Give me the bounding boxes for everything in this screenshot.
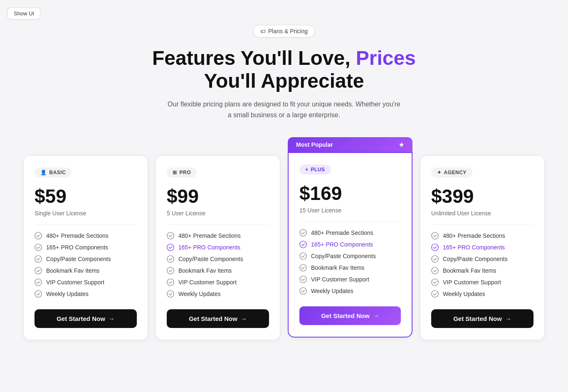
check-icon (35, 232, 42, 239)
feature-item: Copy/Paste Components (35, 255, 137, 263)
plan-license-agency: Unlimited User License (431, 210, 533, 224)
feature-text: Bookmark Fav Items (443, 267, 496, 274)
check-icon (35, 290, 42, 298)
tag-label-pro: PRO (180, 170, 191, 175)
feature-text: VIP Customer Support (178, 279, 237, 286)
arrow-icon-pro: → (241, 315, 247, 322)
tag-icon-basic: 👤 (40, 170, 47, 175)
svg-point-3 (35, 267, 42, 274)
feature-item: 480+ Premade Sections (299, 229, 401, 237)
feature-text: 480+ Premade Sections (178, 232, 241, 239)
cta-label-plus: Get Started Now (321, 312, 370, 319)
check-icon (431, 290, 439, 298)
svg-point-23 (432, 290, 438, 297)
features-list-basic: 480+ Premade Sections 165+ PRO Component… (35, 232, 137, 298)
check-icon (299, 264, 307, 271)
plan-wrapper-plus: Most Popular ★ + PLUS $169 15 User Licen… (288, 137, 412, 338)
feature-text: Copy/Paste Components (311, 253, 376, 259)
tag-label-agency: AGENCY (444, 170, 467, 175)
tag-icon-agency: ✦ (437, 170, 442, 175)
svg-point-14 (300, 252, 306, 259)
check-icon (431, 244, 439, 251)
feature-item: VIP Customer Support (167, 279, 269, 286)
cta-button-basic[interactable]: Get Started Now → (35, 309, 137, 328)
check-icon (167, 244, 174, 251)
svg-point-7 (167, 244, 174, 250)
plan-wrapper-pro: ⊞ PRO $99 5 User License 480+ Premade Se… (156, 137, 280, 340)
feature-text: Weekly Updates (443, 291, 485, 297)
plan-wrapper-agency: ✦ AGENCY $399 Unlimited User License 480… (420, 137, 545, 340)
cta-button-agency[interactable]: Get Started Now → (431, 309, 533, 328)
headline-accent: Prices (356, 47, 416, 69)
tag-icon: 🏷 (260, 28, 266, 35)
svg-point-11 (167, 290, 174, 297)
check-icon (299, 229, 307, 237)
arrow-icon-basic: → (109, 315, 115, 322)
feature-item: Weekly Updates (35, 290, 137, 298)
check-icon (167, 290, 174, 298)
plans-container: 👤 BASIC $59 Single User License 480+ Pre… (18, 137, 550, 340)
show-ui-button[interactable]: Show UI (7, 7, 40, 20)
feature-text: VIP Customer Support (46, 279, 104, 286)
popular-badge: Most Popular ★ (288, 137, 412, 152)
features-list-agency: 480+ Premade Sections 165+ PRO Component… (431, 232, 533, 298)
arrow-icon-agency: → (505, 315, 511, 322)
headline-part2: You'll Appreciate (204, 70, 364, 92)
feature-item: 480+ Premade Sections (431, 232, 533, 239)
feature-item: Weekly Updates (299, 287, 401, 295)
check-icon (431, 232, 439, 239)
feature-text: Bookmark Fav Items (178, 267, 232, 274)
plan-price-plus: $169 (299, 182, 401, 205)
subheadline: Our flexible pricing plans are designed … (168, 99, 400, 120)
cta-label-agency: Get Started Now (453, 315, 502, 322)
svg-point-18 (432, 232, 438, 239)
feature-text: 165+ PRO Components (443, 244, 505, 251)
check-icon (167, 255, 174, 263)
feature-text: VIP Customer Support (311, 276, 369, 283)
badge-label: Plans & Pricing (268, 28, 308, 35)
plan-card-plus: + PLUS $169 15 User License 480+ Premade… (288, 152, 412, 338)
feature-text: Copy/Paste Components (46, 256, 111, 262)
plan-card-agency: ✦ AGENCY $399 Unlimited User License 480… (420, 155, 545, 340)
feature-text: 165+ PRO Components (178, 244, 240, 251)
svg-point-1 (35, 244, 42, 250)
check-icon (167, 267, 174, 274)
cta-label-basic: Get Started Now (57, 315, 105, 322)
tag-icon-pro: ⊞ (173, 170, 177, 175)
headline-part1: Features You'll Love, (152, 47, 350, 69)
check-icon (431, 279, 439, 286)
features-list-plus: 480+ Premade Sections 165+ PRO Component… (299, 229, 401, 295)
plan-card-basic: 👤 BASIC $59 Single User License 480+ Pre… (23, 155, 148, 340)
feature-text: 165+ PRO Components (311, 241, 373, 248)
svg-point-19 (432, 244, 438, 250)
feature-text: 480+ Premade Sections (311, 229, 373, 236)
svg-point-2 (35, 255, 42, 262)
svg-point-5 (35, 290, 42, 297)
check-icon (431, 267, 439, 274)
feature-text: Weekly Updates (46, 291, 89, 297)
popular-label: Most Popular (296, 141, 333, 148)
cta-label-pro: Get Started Now (189, 315, 237, 322)
tag-label-plus: PLUS (311, 167, 325, 173)
feature-text: VIP Customer Support (443, 279, 501, 286)
plan-tag-agency: ✦ AGENCY (431, 168, 472, 178)
feature-item: VIP Customer Support (431, 279, 533, 286)
feature-item: 480+ Premade Sections (35, 232, 137, 239)
check-icon (35, 279, 42, 286)
feature-item: Bookmark Fav Items (167, 267, 269, 274)
feature-item: Weekly Updates (431, 290, 533, 298)
feature-text: 165+ PRO Components (46, 244, 108, 251)
plan-price-agency: $399 (431, 185, 533, 207)
cta-button-plus[interactable]: Get Started Now → (299, 306, 401, 325)
plan-tag-basic: 👤 BASIC (35, 168, 72, 178)
cta-button-pro[interactable]: Get Started Now → (167, 309, 269, 328)
feature-item: Weekly Updates (167, 290, 269, 298)
svg-point-4 (35, 279, 42, 285)
feature-item: VIP Customer Support (35, 279, 137, 286)
check-icon (299, 241, 307, 248)
feature-item: Copy/Paste Components (299, 252, 401, 260)
plan-tag-plus: + PLUS (299, 165, 331, 175)
svg-point-6 (167, 232, 174, 239)
tag-icon-plus: + (305, 167, 309, 173)
plan-license-plus: 15 User License (299, 207, 401, 222)
